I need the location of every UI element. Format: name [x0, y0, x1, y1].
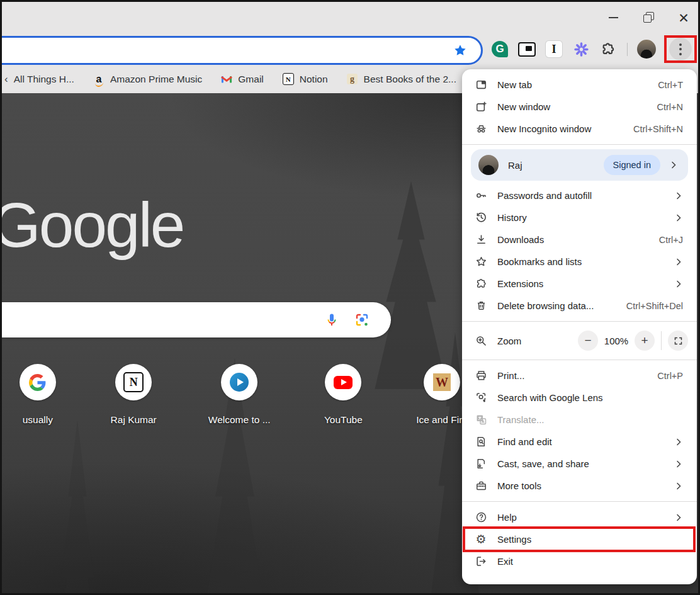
- menu-item-print[interactable]: Print... Ctrl+P: [462, 365, 697, 387]
- toolbar-divider: [627, 43, 628, 56]
- menu-separator: [462, 144, 697, 145]
- toolbar: G I: [2, 35, 698, 65]
- zoom-out-button[interactable]: −: [578, 331, 598, 351]
- notion-icon: N: [115, 364, 152, 400]
- menu-item-bookmarks-and-lists[interactable]: Bookmarks and lists: [462, 251, 697, 273]
- menu-item-settings[interactable]: ⚙ Settings: [462, 528, 697, 550]
- history-icon: [475, 212, 487, 224]
- shortcut-welcome[interactable]: Welcome to ...: [208, 364, 271, 426]
- bookmark-all-things[interactable]: ‹ All Things H...: [4, 73, 74, 86]
- bookmark-notion[interactable]: N Notion: [283, 74, 328, 85]
- voice-search-icon[interactable]: [324, 312, 339, 327]
- three-dot-icon: [669, 38, 692, 60]
- shortcut-ice-and-fire[interactable]: W Ice and Fire: [416, 364, 468, 426]
- zoom-in-button[interactable]: +: [635, 331, 655, 351]
- menu-profile-row[interactable]: Raj Signed in: [471, 149, 688, 181]
- lens-icon: [475, 392, 487, 404]
- extensions-puzzle-icon[interactable]: [599, 40, 618, 59]
- shortcut-tiles-row: usually N Raj Kumar Welcome to ... YouTu…: [2, 364, 468, 426]
- menu-zoom-row: Zoom − 100% +: [462, 326, 697, 355]
- cut-chevron: ‹: [4, 73, 8, 86]
- fullscreen-button[interactable]: [668, 331, 688, 351]
- menu-separator: [462, 360, 697, 360]
- close-icon: ✕: [678, 11, 689, 25]
- gmail-icon: [221, 74, 232, 85]
- menu-separator: [462, 501, 697, 502]
- titlebar: ✕: [2, 2, 698, 35]
- chevron-right-icon: [674, 438, 683, 446]
- notion-icon: N: [283, 74, 294, 85]
- chrome-main-menu: New tab Ctrl+T New window Ctrl+N New Inc…: [462, 69, 697, 584]
- tree-silhouette: [40, 421, 115, 595]
- menu-item-delete-browsing-data[interactable]: Delete browsing data... Ctrl+Shift+Del: [462, 295, 697, 317]
- shortcut-youtube[interactable]: YouTube: [322, 364, 365, 426]
- new-tab-icon: [475, 79, 487, 91]
- google-g-icon: [20, 364, 56, 400]
- bookmark-amazon-prime-music[interactable]: a Amazon Prime Music: [93, 74, 202, 85]
- ai-flower-icon[interactable]: [572, 40, 590, 59]
- download-icon: [475, 234, 487, 246]
- menu-item-downloads[interactable]: Downloads Ctrl+J: [462, 229, 697, 251]
- profile-avatar[interactable]: [637, 40, 656, 59]
- exit-icon: [475, 555, 487, 568]
- chevron-right-icon: [674, 482, 683, 490]
- tree-silhouette: [354, 181, 468, 389]
- menu-item-new-window[interactable]: New window Ctrl+N: [462, 96, 697, 118]
- google-search-bar[interactable]: [2, 302, 391, 337]
- new-window-icon: [475, 101, 487, 113]
- bookmark-star-icon[interactable]: [453, 43, 467, 57]
- menu-item-search-with-google-lens[interactable]: Search with Google Lens: [462, 387, 697, 409]
- chevron-right-icon: [674, 280, 683, 288]
- menu-item-exit[interactable]: Exit: [462, 550, 697, 572]
- chevron-right-icon: [674, 213, 683, 222]
- google-lens-icon[interactable]: [354, 312, 370, 327]
- translate-icon: [475, 414, 487, 426]
- address-bar[interactable]: [0, 36, 483, 65]
- window-controls: ✕: [604, 8, 693, 27]
- puzzle-icon: [475, 278, 487, 290]
- three-dot-menu-button[interactable]: [664, 35, 697, 63]
- restore-button[interactable]: [639, 8, 658, 27]
- menu-item-more-tools[interactable]: More tools: [462, 475, 697, 497]
- star-outline-icon: [475, 256, 487, 268]
- key-icon: [475, 190, 487, 202]
- menu-item-help[interactable]: Help: [462, 506, 697, 528]
- menu-item-translate: Translate...: [462, 409, 697, 431]
- shortcut-usually[interactable]: usually: [16, 364, 59, 426]
- profile-avatar: [478, 155, 499, 175]
- fullscreen-icon: [674, 336, 683, 346]
- menu-item-new-incognito-window[interactable]: New Incognito window Ctrl+Shift+N: [462, 118, 697, 140]
- bookmark-gmail[interactable]: Gmail: [221, 74, 263, 85]
- instapaper-icon[interactable]: I: [545, 40, 563, 59]
- bookmark-best-books[interactable]: g Best Books of the 2...: [347, 74, 456, 85]
- menu-item-passwords-and-autofill[interactable]: Passwords and autofill: [462, 184, 697, 207]
- menu-item-extensions[interactable]: Extensions: [462, 273, 697, 295]
- printer-icon: [475, 370, 487, 382]
- gear-icon: ⚙: [475, 533, 487, 546]
- shortcut-raj-kumar[interactable]: N Raj Kumar: [111, 364, 157, 426]
- google-logo: Google: [2, 189, 183, 261]
- menu-item-cast-save-share[interactable]: Cast, save, and share: [462, 453, 697, 475]
- signed-in-badge: Signed in: [604, 155, 660, 175]
- menu-item-new-tab[interactable]: New tab Ctrl+T: [462, 74, 697, 96]
- grammarly-icon[interactable]: G: [490, 40, 509, 59]
- help-icon: [475, 511, 487, 524]
- minimize-button[interactable]: [604, 8, 623, 27]
- chevron-right-icon: [669, 161, 678, 169]
- play-icon: [221, 364, 257, 400]
- zoom-in-icon: [475, 334, 487, 347]
- toolbox-icon: [475, 480, 487, 492]
- document-search-icon: [475, 436, 487, 448]
- minimize-icon: [609, 17, 618, 18]
- menu-separator: [462, 321, 697, 322]
- menu-item-history[interactable]: History: [462, 207, 697, 229]
- menu-item-find-and-edit[interactable]: Find and edit: [462, 431, 697, 453]
- amazon-icon: a: [93, 74, 104, 85]
- picture-in-picture-icon[interactable]: [517, 40, 536, 59]
- zoom-divider: [661, 331, 662, 350]
- close-button[interactable]: ✕: [674, 8, 693, 27]
- restore-icon: [645, 14, 652, 21]
- extension-icons-row: G I: [490, 38, 697, 60]
- document-arrow-icon: [475, 458, 487, 470]
- incognito-icon: [475, 123, 487, 135]
